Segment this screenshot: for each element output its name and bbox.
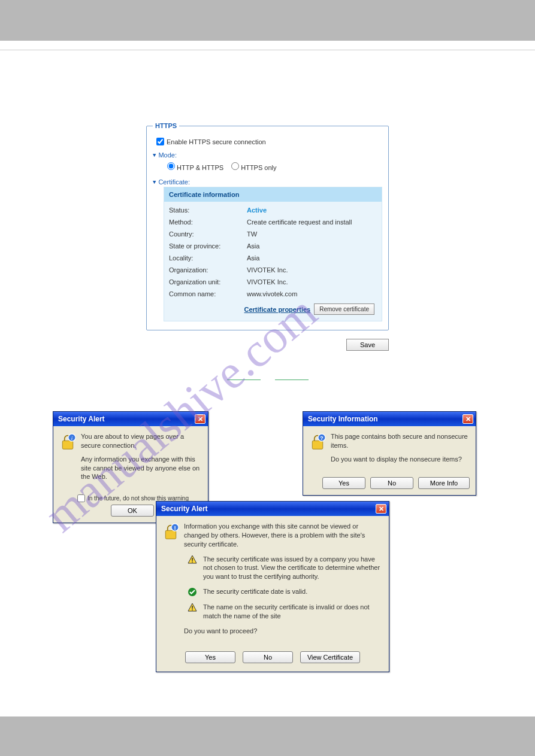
certificate-properties-link[interactable]: Certificate properties [244,306,311,313]
state-value: Asia [247,242,377,250]
dialog3-question: Do you want to proceed? [184,627,382,636]
method-value: Create certificate request and install [247,218,377,226]
security-alert-dialog-2: Security Alert ✕ ! Information you excha… [156,501,389,672]
dialog1-text2: Any information you exchange with this s… [81,455,201,482]
certificate-label: Certificate: [158,178,190,186]
bottom-band [0,716,535,756]
status-label: Status: [169,207,247,214]
enable-https-checkbox[interactable] [156,138,164,145]
close-icon[interactable]: ✕ [195,414,205,424]
svg-text:?: ? [320,435,323,441]
mode-http-https-option[interactable]: HTTP & HTTPS [167,164,225,171]
certificate-section[interactable]: ▼ Certificate: [153,178,382,186]
save-button[interactable]: Save [346,339,389,351]
svg-rect-3 [312,441,323,449]
certificate-info-header: Certificate information [164,187,382,202]
mode-https-only-label: HTTPS only [241,164,276,171]
svg-rect-0 [62,441,73,449]
https-fieldset: HTTPS Enable HTTPS secure connection ▼ M… [146,122,389,330]
dialog2-yes-button[interactable]: Yes [322,477,365,489]
mode-https-only-radio[interactable] [231,162,239,170]
dialog3-yes-button[interactable]: Yes [185,651,235,663]
svg-text:!: ! [174,524,176,531]
dialog3-item1: The security certificate was issued by a… [203,555,382,582]
dialog3-item3: The name on the security certificate is … [203,603,382,621]
orgunit-value: VIVOTEK Inc. [247,278,377,286]
dialog1-dontshow-checkbox[interactable] [77,494,85,502]
locality-label: Locality: [169,254,247,262]
top-band [0,0,535,41]
orgunit-label: Organization unit: [169,278,247,286]
org-label: Organization: [169,266,247,274]
close-icon[interactable]: ✕ [376,504,386,514]
security-information-dialog: Security Information ✕ ? This page conta… [303,411,476,496]
svg-rect-9 [192,558,193,561]
org-value: VIVOTEK Inc. [247,266,377,274]
warning-icon [188,555,197,564]
commonname-value: www.vivotek.com [247,290,377,297]
enable-https-label: Enable HTTPS secure connection [167,138,266,145]
dialog2-text1: This page contains both secure and nonse… [331,432,468,450]
dialog2-moreinfo-button[interactable]: More Info [418,477,470,489]
commonname-label: Common name: [169,290,247,297]
locality-value: Asia [247,254,377,262]
dialog3-intro: Information you exchange with this site … [184,522,382,549]
https-legend: HTTPS [153,122,179,129]
chevron-down-icon: ▼ [153,179,156,185]
dialog3-item2: The security certificate date is valid. [203,587,307,596]
lock-warning-icon: ! [162,522,179,541]
close-icon[interactable]: ✕ [463,414,473,424]
remove-certificate-button[interactable]: Remove certificate [314,303,374,315]
dialog1-text1: You are about to view pages over a secur… [81,432,201,450]
status-value: Active [247,207,377,214]
dialog3-no-button[interactable]: No [243,651,293,663]
separator [0,50,535,50]
dialog2-text2: Do you want to display the nonsecure ite… [331,455,468,464]
certificate-info-box: Certificate information Status:Active Me… [164,187,382,321]
warning-icon [188,603,197,612]
lock-question-icon: ? [309,432,326,451]
hint-links [36,375,499,381]
mode-http-https-radio[interactable] [167,162,175,170]
svg-rect-13 [192,609,193,611]
check-icon [188,587,197,597]
mode-http-https-label: HTTP & HTTPS [177,164,223,171]
svg-rect-6 [165,530,176,539]
mode-https-only-option[interactable]: HTTPS only [231,164,276,171]
chevron-down-icon: ▼ [153,152,156,158]
dialog2-no-button[interactable]: No [370,477,413,489]
mode-label: Mode: [158,151,177,159]
country-value: TW [247,230,377,238]
svg-rect-10 [192,561,193,563]
dialog1-title: Security Alert [58,415,105,423]
dialog3-viewcert-button[interactable]: View Certificate [300,651,360,663]
lock-info-icon: i [59,432,76,451]
country-label: Country: [169,230,247,238]
dialog1-ok-button[interactable]: OK [111,505,154,517]
method-label: Method: [169,218,247,226]
dialog3-title: Security Alert [161,505,208,513]
state-label: State or province: [169,242,247,250]
svg-rect-12 [192,606,193,609]
mode-section[interactable]: ▼ Mode: [153,151,382,159]
dialog2-title: Security Information [308,415,378,423]
